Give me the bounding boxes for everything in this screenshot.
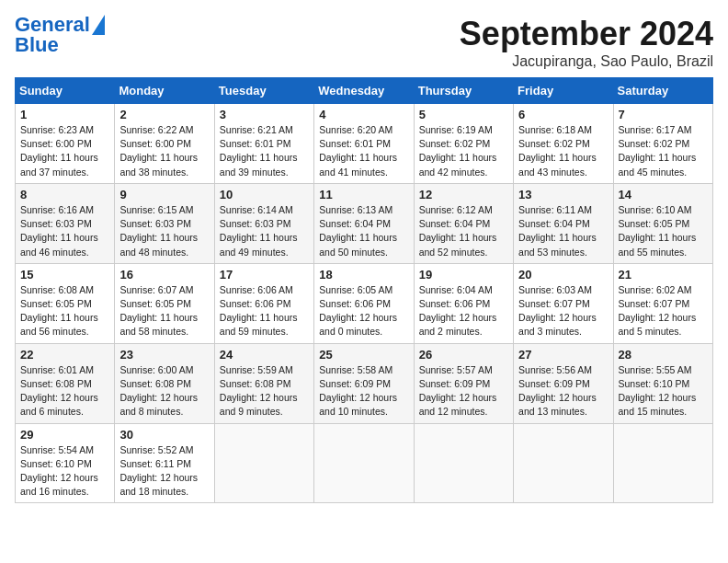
cell-content: Sunrise: 6:22 AMSunset: 6:00 PMDaylight:… bbox=[119, 123, 209, 179]
calendar-cell: 17 Sunrise: 6:06 AMSunset: 6:06 PMDaylig… bbox=[214, 263, 313, 343]
cell-content: Sunrise: 6:21 AMSunset: 6:01 PMDaylight:… bbox=[220, 123, 309, 179]
logo-blue-text: Blue bbox=[15, 35, 59, 55]
cell-content: Sunrise: 6:14 AMSunset: 6:03 PMDaylight:… bbox=[220, 203, 309, 259]
cell-content: Sunrise: 6:11 AMSunset: 6:04 PMDaylight:… bbox=[518, 203, 608, 259]
cell-content: Sunrise: 6:15 AMSunset: 6:03 PMDaylight:… bbox=[119, 203, 209, 259]
cell-content: Sunrise: 6:07 AMSunset: 6:05 PMDaylight:… bbox=[119, 283, 209, 339]
day-number: 14 bbox=[619, 188, 708, 201]
calendar-cell: 1 Sunrise: 6:23 AMSunset: 6:00 PMDayligh… bbox=[16, 104, 115, 184]
day-header-thursday: Thursday bbox=[414, 78, 513, 104]
cell-content: Sunrise: 5:55 AMSunset: 6:10 PMDaylight:… bbox=[619, 363, 708, 419]
day-number: 5 bbox=[419, 108, 508, 121]
day-header-friday: Friday bbox=[514, 78, 613, 104]
cell-content: Sunrise: 6:01 AMSunset: 6:08 PMDaylight:… bbox=[20, 363, 109, 419]
cell-content: Sunrise: 6:05 AMSunset: 6:06 PMDaylight:… bbox=[319, 283, 408, 339]
calendar-week-row: 29 Sunrise: 5:54 AMSunset: 6:10 PMDaylig… bbox=[16, 423, 713, 503]
calendar-week-row: 1 Sunrise: 6:23 AMSunset: 6:00 PMDayligh… bbox=[16, 104, 713, 184]
day-number: 30 bbox=[119, 428, 209, 442]
day-number: 28 bbox=[619, 348, 708, 362]
calendar-cell: 14 Sunrise: 6:10 AMSunset: 6:05 PMDaylig… bbox=[613, 183, 712, 263]
day-number: 13 bbox=[518, 188, 608, 201]
calendar-cell: 20 Sunrise: 6:03 AMSunset: 6:07 PMDaylig… bbox=[514, 263, 613, 343]
calendar-cell: 9 Sunrise: 6:15 AMSunset: 6:03 PMDayligh… bbox=[115, 183, 214, 263]
logo-text: General bbox=[15, 15, 90, 35]
calendar-cell: 7 Sunrise: 6:17 AMSunset: 6:02 PMDayligh… bbox=[613, 104, 712, 184]
day-number: 6 bbox=[518, 108, 608, 121]
day-header-saturday: Saturday bbox=[613, 78, 712, 104]
day-number: 7 bbox=[619, 108, 708, 121]
calendar-cell: 30 Sunrise: 5:52 AMSunset: 6:11 PMDaylig… bbox=[115, 423, 214, 503]
calendar-cell: 27 Sunrise: 5:56 AMSunset: 6:09 PMDaylig… bbox=[514, 343, 613, 423]
calendar-cell: 2 Sunrise: 6:22 AMSunset: 6:00 PMDayligh… bbox=[115, 104, 214, 184]
cell-content: Sunrise: 6:12 AMSunset: 6:04 PMDaylight:… bbox=[419, 203, 508, 259]
cell-content: Sunrise: 6:17 AMSunset: 6:02 PMDaylight:… bbox=[619, 123, 708, 179]
title-block: September 2024 Jacupiranga, Sao Paulo, B… bbox=[460, 15, 713, 70]
day-number: 22 bbox=[20, 348, 109, 362]
cell-content: Sunrise: 5:56 AMSunset: 6:09 PMDaylight:… bbox=[518, 363, 608, 419]
calendar-cell: 12 Sunrise: 6:12 AMSunset: 6:04 PMDaylig… bbox=[414, 183, 513, 263]
day-number: 2 bbox=[119, 108, 209, 121]
calendar-cell: 21 Sunrise: 6:02 AMSunset: 6:07 PMDaylig… bbox=[613, 263, 712, 343]
day-number: 21 bbox=[619, 268, 708, 282]
day-number: 10 bbox=[220, 188, 309, 201]
day-number: 17 bbox=[220, 268, 309, 282]
calendar-cell: 18 Sunrise: 6:05 AMSunset: 6:06 PMDaylig… bbox=[314, 263, 414, 343]
calendar-cell bbox=[613, 423, 712, 503]
day-number: 16 bbox=[119, 268, 209, 282]
calendar-cell bbox=[314, 423, 414, 503]
day-number: 12 bbox=[419, 188, 508, 201]
calendar-table: SundayMondayTuesdayWednesdayThursdayFrid… bbox=[15, 77, 713, 503]
calendar-cell bbox=[514, 423, 613, 503]
calendar-header-row: SundayMondayTuesdayWednesdayThursdayFrid… bbox=[16, 78, 713, 104]
calendar-week-row: 15 Sunrise: 6:08 AMSunset: 6:05 PMDaylig… bbox=[16, 263, 713, 343]
calendar-cell: 15 Sunrise: 6:08 AMSunset: 6:05 PMDaylig… bbox=[16, 263, 115, 343]
calendar-cell: 10 Sunrise: 6:14 AMSunset: 6:03 PMDaylig… bbox=[214, 183, 313, 263]
cell-content: Sunrise: 6:19 AMSunset: 6:02 PMDaylight:… bbox=[419, 123, 508, 179]
day-number: 24 bbox=[220, 348, 309, 362]
calendar-cell: 5 Sunrise: 6:19 AMSunset: 6:02 PMDayligh… bbox=[414, 104, 513, 184]
day-number: 4 bbox=[319, 108, 408, 121]
day-number: 3 bbox=[220, 108, 309, 121]
day-header-monday: Monday bbox=[115, 78, 214, 104]
cell-content: Sunrise: 5:57 AMSunset: 6:09 PMDaylight:… bbox=[419, 363, 508, 419]
calendar-cell: 13 Sunrise: 6:11 AMSunset: 6:04 PMDaylig… bbox=[514, 183, 613, 263]
cell-content: Sunrise: 6:00 AMSunset: 6:08 PMDaylight:… bbox=[119, 363, 209, 419]
cell-content: Sunrise: 5:59 AMSunset: 6:08 PMDaylight:… bbox=[220, 363, 309, 419]
day-number: 27 bbox=[518, 348, 608, 362]
day-number: 19 bbox=[419, 268, 508, 282]
cell-content: Sunrise: 5:54 AMSunset: 6:10 PMDaylight:… bbox=[20, 443, 109, 500]
calendar-week-row: 8 Sunrise: 6:16 AMSunset: 6:03 PMDayligh… bbox=[16, 183, 713, 263]
day-number: 15 bbox=[20, 268, 109, 282]
day-number: 11 bbox=[319, 188, 408, 201]
calendar-week-row: 22 Sunrise: 6:01 AMSunset: 6:08 PMDaylig… bbox=[16, 343, 713, 423]
day-number: 20 bbox=[518, 268, 608, 282]
day-number: 1 bbox=[20, 108, 109, 121]
day-number: 8 bbox=[20, 188, 109, 201]
day-number: 9 bbox=[119, 188, 209, 201]
calendar-subtitle: Jacupiranga, Sao Paulo, Brazil bbox=[460, 53, 713, 70]
cell-content: Sunrise: 6:02 AMSunset: 6:07 PMDaylight:… bbox=[619, 283, 708, 339]
calendar-cell: 25 Sunrise: 5:58 AMSunset: 6:09 PMDaylig… bbox=[314, 343, 414, 423]
calendar-cell: 22 Sunrise: 6:01 AMSunset: 6:08 PMDaylig… bbox=[16, 343, 115, 423]
calendar-cell bbox=[414, 423, 513, 503]
calendar-cell: 6 Sunrise: 6:18 AMSunset: 6:02 PMDayligh… bbox=[514, 104, 613, 184]
cell-content: Sunrise: 6:08 AMSunset: 6:05 PMDaylight:… bbox=[20, 283, 109, 339]
cell-content: Sunrise: 6:10 AMSunset: 6:05 PMDaylight:… bbox=[619, 203, 708, 259]
day-header-tuesday: Tuesday bbox=[214, 78, 313, 104]
day-number: 25 bbox=[319, 348, 408, 362]
cell-content: Sunrise: 5:58 AMSunset: 6:09 PMDaylight:… bbox=[319, 363, 408, 419]
calendar-cell: 29 Sunrise: 5:54 AMSunset: 6:10 PMDaylig… bbox=[16, 423, 115, 503]
cell-content: Sunrise: 6:13 AMSunset: 6:04 PMDaylight:… bbox=[319, 203, 408, 259]
logo-triangle-icon bbox=[92, 15, 105, 35]
cell-content: Sunrise: 6:03 AMSunset: 6:07 PMDaylight:… bbox=[518, 283, 608, 339]
calendar-cell: 19 Sunrise: 6:04 AMSunset: 6:06 PMDaylig… bbox=[414, 263, 513, 343]
cell-content: Sunrise: 5:52 AMSunset: 6:11 PMDaylight:… bbox=[119, 443, 209, 500]
day-number: 23 bbox=[119, 348, 209, 362]
logo: General Blue bbox=[15, 15, 105, 55]
calendar-cell: 8 Sunrise: 6:16 AMSunset: 6:03 PMDayligh… bbox=[16, 183, 115, 263]
calendar-cell: 26 Sunrise: 5:57 AMSunset: 6:09 PMDaylig… bbox=[414, 343, 513, 423]
day-header-sunday: Sunday bbox=[16, 78, 115, 104]
page-header: General Blue September 2024 Jacupiranga,… bbox=[15, 15, 713, 70]
day-number: 26 bbox=[419, 348, 508, 362]
calendar-cell: 23 Sunrise: 6:00 AMSunset: 6:08 PMDaylig… bbox=[115, 343, 214, 423]
